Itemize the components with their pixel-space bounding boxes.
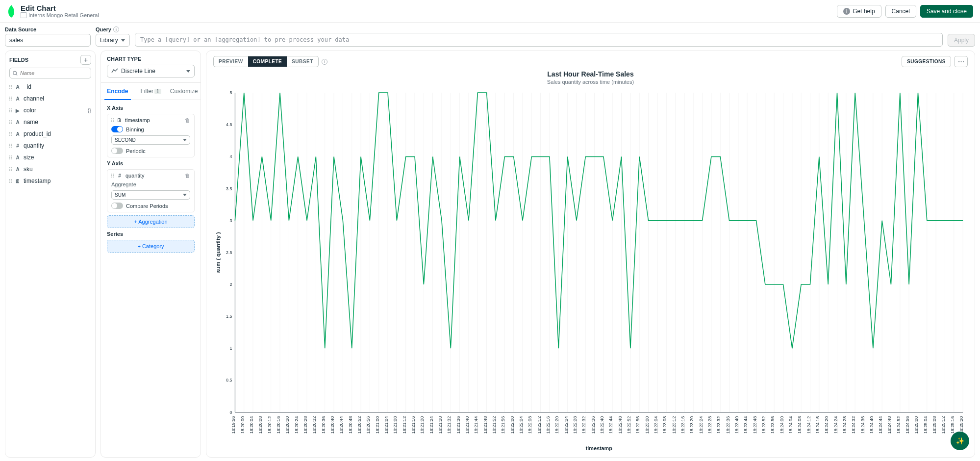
breadcrumb[interactable]: Interns Mongo Retail General [21,12,99,18]
chart-type-select[interactable]: Discrete Line [107,65,195,77]
drag-icon[interactable] [9,108,12,112]
svg-text:3: 3 [230,218,232,223]
svg-text:18:20:52: 18:20:52 [357,416,362,434]
aggregate-select[interactable]: SUM [111,190,190,200]
field-type-icon: A [15,120,21,125]
get-help-button[interactable]: i Get help [837,5,881,18]
chart-panel: PREVIEW COMPLETE SUBSET i SUGGESTIONS ⋯ … [206,51,975,458]
data-source-label: Data Source [5,26,91,32]
add-category-button[interactable]: + Category [107,240,195,253]
add-aggregation-button[interactable]: + Aggregation [107,215,195,228]
library-select[interactable]: Library [96,34,130,47]
svg-text:18:20:28: 18:20:28 [303,416,308,434]
svg-text:18:22:44: 18:22:44 [608,416,613,434]
field-item[interactable]: A size [9,153,91,162]
tab-encode[interactable]: Encode [101,83,134,100]
svg-text:4: 4 [230,154,232,159]
more-menu-button[interactable]: ⋯ [954,56,968,67]
svg-text:18:22:12: 18:22:12 [537,416,542,434]
svg-text:18:22:32: 18:22:32 [581,416,586,434]
svg-text:18:20:08: 18:20:08 [258,416,263,434]
svg-text:18:24:08: 18:24:08 [797,416,802,434]
drag-icon[interactable] [9,167,12,171]
svg-text:18:23:48: 18:23:48 [753,416,757,434]
drag-icon[interactable] [9,155,12,159]
svg-text:18:21:04: 18:21:04 [384,416,389,434]
tab-subset[interactable]: SUBSET [287,56,318,67]
binning-select[interactable]: SECOND [111,135,190,145]
svg-text:18:23:20: 18:23:20 [689,416,694,434]
apply-button[interactable]: Apply [948,34,975,47]
field-item[interactable]: # quantity [9,141,91,150]
trash-icon[interactable]: 🗑 [185,117,190,123]
field-type-icon: # [15,143,21,149]
svg-text:18:21:48: 18:21:48 [483,416,488,434]
svg-text:18:22:16: 18:22:16 [546,416,551,434]
add-field-button[interactable]: + [80,55,91,65]
field-type-icon: A [15,96,21,102]
config-panel: CHART TYPE Discrete Line Encode Filter1 … [101,51,201,458]
tab-preview[interactable]: PREVIEW [214,56,248,67]
field-search-input[interactable] [9,68,91,78]
svg-text:18:25:00: 18:25:00 [914,416,919,434]
cancel-button[interactable]: Cancel [885,5,916,18]
svg-text:18:24:20: 18:24:20 [824,416,829,434]
suggestions-button[interactable]: SUGGESTIONS [902,56,951,67]
svg-text:18:22:52: 18:22:52 [627,416,631,434]
assistant-fab-button[interactable]: ✨ [951,432,969,450]
info-icon[interactable]: i [322,59,327,65]
drag-icon[interactable] [9,97,12,101]
svg-text:18:23:36: 18:23:36 [726,416,730,434]
svg-text:18:21:12: 18:21:12 [402,416,407,434]
field-name: product_id [24,130,51,137]
drag-icon[interactable] [111,118,114,122]
drag-icon[interactable] [111,174,114,178]
svg-text:18:25:12: 18:25:12 [941,416,946,434]
svg-line-1 [16,74,17,75]
tab-filter[interactable]: Filter1 [134,83,168,100]
field-item[interactable]: ▶ color {} [9,106,91,115]
x-field-name: timestamp [125,117,150,123]
drag-icon[interactable] [9,120,12,124]
y-axis-field-chip: # quantity 🗑 Aggregate SUM Compare Perio… [107,169,195,212]
query-input[interactable]: Type a [query] or an [aggregation] to pr… [135,33,943,47]
svg-text:18:23:56: 18:23:56 [770,416,775,434]
svg-text:18:23:08: 18:23:08 [662,416,667,434]
svg-text:18:23:12: 18:23:12 [672,416,677,434]
svg-text:18:24:00: 18:24:00 [779,416,784,434]
tab-complete[interactable]: COMPLETE [248,56,287,67]
svg-text:18:22:20: 18:22:20 [554,416,559,434]
svg-text:18:22:08: 18:22:08 [528,416,532,434]
compare-periods-toggle[interactable] [111,203,123,209]
svg-text:18:23:44: 18:23:44 [743,416,748,434]
svg-text:18:22:24: 18:22:24 [564,416,569,434]
drag-icon[interactable] [9,144,12,148]
svg-text:18:24:32: 18:24:32 [851,416,856,434]
trash-icon[interactable]: 🗑 [185,173,190,179]
tab-customize[interactable]: Customize [167,83,201,100]
save-and-close-button[interactable]: Save and close [920,5,973,18]
breadcrumb-text: Interns Mongo Retail General [28,12,99,18]
info-icon[interactable]: i [113,26,119,32]
search-icon [13,71,18,76]
drag-icon[interactable] [9,132,12,136]
data-source-select[interactable]: sales [5,34,91,47]
field-item[interactable]: A name [9,118,91,127]
svg-text:18:23:00: 18:23:00 [645,416,650,434]
svg-text:0.5: 0.5 [226,378,232,383]
chevron-down-icon [121,39,125,42]
field-item[interactable]: 🗓 timestamp [9,177,91,185]
periodic-toggle[interactable] [111,148,123,154]
series-label: Series [107,231,195,237]
binning-toggle[interactable] [111,126,123,132]
drag-icon[interactable] [9,85,12,89]
field-item[interactable]: A channel [9,94,91,103]
svg-text:18:20:12: 18:20:12 [267,416,272,434]
svg-text:18:24:24: 18:24:24 [833,416,838,434]
svg-text:18:21:40: 18:21:40 [465,416,470,434]
field-item[interactable]: A product_id [9,129,91,138]
drag-icon[interactable] [9,179,12,183]
field-item[interactable]: A sku [9,165,91,174]
svg-text:18:21:36: 18:21:36 [456,416,461,434]
field-item[interactable]: A _id [9,82,91,91]
